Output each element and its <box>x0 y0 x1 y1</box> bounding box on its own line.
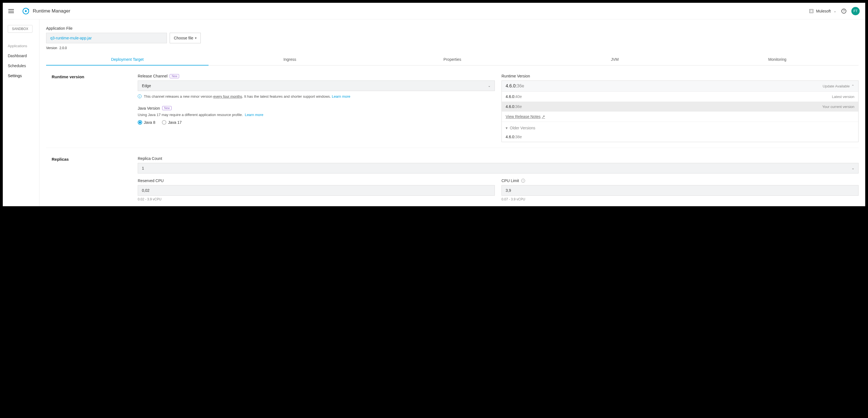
chevron-down-icon: ⌄ <box>834 9 836 13</box>
java17-radio[interactable]: Java 17 <box>162 120 182 125</box>
runtime-version-option-older[interactable]: 4.6.0:38e <box>502 132 858 142</box>
sidebar-item-applications[interactable]: Applications <box>3 41 39 51</box>
application-file-label: Application File <box>46 26 859 31</box>
top-bar: Runtime Manager Mulesoft ⌄ ? FT <box>3 3 865 20</box>
svg-point-2 <box>28 9 29 10</box>
chevron-down-icon: ⌄ <box>851 166 855 170</box>
reserved-cpu-label: Reserved CPU <box>138 179 495 183</box>
runtime-version-option-current[interactable]: 4.6.0:36e Your current version <box>502 102 858 111</box>
org-name: Mulesoft <box>816 9 831 13</box>
section-replicas-title: Replicas <box>52 156 138 206</box>
application-file-input[interactable]: q3-runtime-mule-app.jar <box>46 33 167 43</box>
older-versions-toggle[interactable]: ▾ Older Versions <box>502 122 858 132</box>
info-icon: i <box>138 94 142 98</box>
version-line: Version2.0.0 <box>46 46 859 50</box>
replica-count-label: Replica Count <box>138 156 859 161</box>
reserved-cpu-input[interactable] <box>138 185 495 196</box>
tab-jvm[interactable]: JVM <box>534 54 696 65</box>
sidebar-item-settings[interactable]: Settings <box>3 71 39 81</box>
external-link-icon: ↗ <box>542 115 545 119</box>
runtime-version-panel: 4.6.0:36e Update Available⌃ 4.6.0:40e La… <box>501 81 859 142</box>
release-channel-select[interactable]: Edge ⌄ <box>138 81 495 91</box>
tab-monitoring[interactable]: Monitoring <box>696 54 859 65</box>
release-channel-info: i This channel releases a new minor vers… <box>138 94 495 99</box>
sidebar-item-schedules[interactable]: Schedules <box>3 61 39 71</box>
replica-count-select[interactable]: 1 ⌄ <box>138 163 859 173</box>
cpu-limit-label: CPU Limit i <box>501 179 859 183</box>
reserved-cpu-hint: 0.02 - 3.9 vCPU <box>138 197 495 201</box>
help-icon[interactable]: ? <box>841 9 846 13</box>
runtime-manager-logo <box>22 7 29 15</box>
new-badge: New <box>169 74 179 78</box>
new-badge: New <box>162 106 172 110</box>
triangle-down-icon: ▾ <box>506 126 507 130</box>
info-icon[interactable]: i <box>521 179 525 183</box>
release-channel-learn-more[interactable]: Learn more <box>332 94 350 99</box>
sidebar-item-dashboard[interactable]: Dashboard <box>3 51 39 61</box>
sidebar: SANDBOX Applications Dashboard Schedules… <box>3 20 39 206</box>
java-learn-more[interactable]: Learn more <box>245 113 263 117</box>
environment-badge[interactable]: SANDBOX <box>8 25 32 33</box>
cpu-limit-input[interactable] <box>501 185 859 196</box>
app-title: Runtime Manager <box>33 8 70 14</box>
chevron-up-icon: ⌃ <box>851 84 855 88</box>
cpu-limit-hint: 0.07 - 3.9 vCPU <box>501 197 859 201</box>
tabs: Deployment Target Ingress Properties JVM… <box>46 54 859 65</box>
tab-properties[interactable]: Properties <box>371 54 533 65</box>
section-runtime-version-title: Runtime version <box>52 74 138 142</box>
radio-checked-icon <box>138 120 142 125</box>
runtime-version-label: Runtime Version <box>501 74 859 78</box>
chevron-down-icon: ⌄ <box>488 84 491 88</box>
caret-down-icon: ▾ <box>195 36 196 40</box>
tab-ingress[interactable]: Ingress <box>209 54 371 65</box>
java-version-note: Using Java 17 may require a different ap… <box>138 113 495 117</box>
java8-radio[interactable]: Java 8 <box>138 120 155 125</box>
building-icon <box>809 9 813 13</box>
release-channel-label: Release Channel New <box>138 74 495 78</box>
menu-icon[interactable] <box>8 9 14 13</box>
main-content: Application File q3-runtime-mule-app.jar… <box>39 20 865 206</box>
svg-point-1 <box>25 10 27 12</box>
radio-unchecked-icon <box>162 120 166 125</box>
runtime-version-option-latest[interactable]: 4.6.0:40e Latest version <box>502 92 858 102</box>
view-release-notes-link[interactable]: View Release Notes ↗ <box>502 111 858 122</box>
org-selector[interactable]: Mulesoft ⌄ <box>809 9 836 13</box>
java-version-label: Java Version New <box>138 106 495 110</box>
runtime-version-selected[interactable]: 4.6.0:36e Update Available⌃ <box>502 81 858 92</box>
avatar[interactable]: FT <box>851 7 860 15</box>
choose-file-button[interactable]: Choose file ▾ <box>169 33 201 43</box>
tab-deployment-target[interactable]: Deployment Target <box>46 54 209 65</box>
